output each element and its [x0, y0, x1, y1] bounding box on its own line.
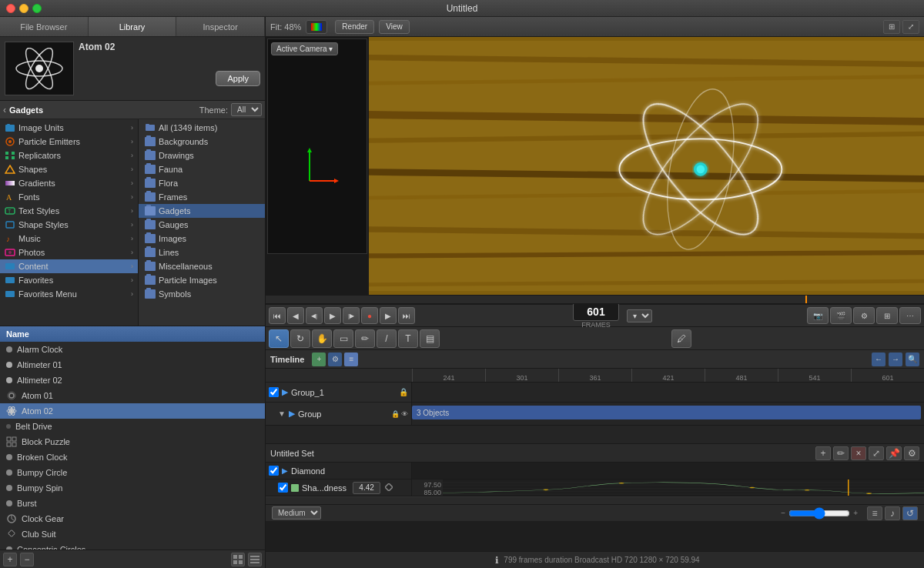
- track-group1-checkbox[interactable]: [269, 387, 279, 397]
- item-particle-images[interactable]: Particle Images: [139, 273, 265, 287]
- bezier-tool[interactable]: 🖊: [671, 329, 691, 348]
- loop-toggle[interactable]: ↺: [902, 506, 918, 520]
- text-tool[interactable]: T: [398, 329, 418, 348]
- timeline-zoom-btn[interactable]: 🔍: [906, 352, 919, 366]
- frame-rate-selector[interactable]: ▾: [627, 309, 652, 322]
- name-item[interactable]: Concentric Circles: [0, 542, 265, 550]
- cat-music[interactable]: ♪ Music ›: [0, 232, 138, 246]
- item-lines[interactable]: Lines: [139, 246, 265, 259]
- fullscreen-icon[interactable]: ⤢: [902, 20, 919, 34]
- audio-toggle[interactable]: ♪: [885, 506, 900, 520]
- name-item[interactable]: Burst: [0, 496, 265, 511]
- apply-button[interactable]: Apply: [216, 71, 260, 86]
- close-button[interactable]: [6, 4, 15, 13]
- step-forward-button[interactable]: |▶: [343, 307, 360, 324]
- name-item[interactable]: Bumpy Spin: [0, 480, 265, 496]
- item-drawings[interactable]: Drawings: [139, 149, 265, 162]
- kf-diamond-checkbox[interactable]: [269, 466, 279, 476]
- cat-fonts[interactable]: A Fonts ›: [0, 190, 138, 204]
- record-button[interactable]: ●: [361, 307, 378, 324]
- rotate-tool[interactable]: ↻: [290, 329, 310, 348]
- screenshot-button[interactable]: 📷: [807, 307, 829, 324]
- window-controls[interactable]: [6, 4, 42, 13]
- item-fauna[interactable]: Fauna: [139, 162, 265, 176]
- add-button[interactable]: +: [3, 553, 17, 566]
- kf-add-btn[interactable]: +: [815, 446, 831, 460]
- go-to-start-button[interactable]: ⏮: [269, 307, 286, 324]
- name-item[interactable]: Alarm Clock: [0, 342, 265, 357]
- item-misc[interactable]: Miscellaneous: [139, 259, 265, 273]
- quality-selector[interactable]: Medium: [272, 506, 321, 520]
- tab-library[interactable]: Library: [89, 17, 177, 36]
- play-button[interactable]: ▶: [324, 307, 341, 324]
- cat-image-units[interactable]: Image Units ›: [0, 121, 138, 135]
- item-flora[interactable]: Flora: [139, 176, 265, 190]
- kf-delete-btn[interactable]: ×: [851, 446, 866, 460]
- step-back2-button[interactable]: ◀|: [306, 307, 323, 324]
- name-item[interactable]: Block Puzzle: [0, 434, 265, 449]
- timeline-view-toggle[interactable]: ≡: [867, 506, 882, 520]
- cat-particle-emitters[interactable]: Particle Emitters ›: [0, 135, 138, 149]
- timeline-add-btn[interactable]: +: [312, 352, 326, 366]
- remove-button[interactable]: −: [20, 553, 34, 566]
- kf-settings-btn2[interactable]: ⚙: [904, 446, 919, 460]
- timeline-forward-btn[interactable]: →: [889, 352, 902, 366]
- name-item[interactable]: Club Suit: [0, 526, 265, 542]
- name-item[interactable]: Atom 01: [0, 388, 265, 403]
- timeline-view-btn[interactable]: ≡: [344, 352, 358, 366]
- item-gadgets[interactable]: Gadgets: [139, 204, 265, 218]
- scrubber[interactable]: [266, 295, 924, 304]
- tab-inspector[interactable]: Inspector: [176, 17, 265, 36]
- name-item[interactable]: Bumpy Circle: [0, 465, 265, 480]
- name-item-atom02[interactable]: Atom 02: [0, 403, 265, 419]
- pen-tool[interactable]: ✏: [355, 329, 375, 348]
- zoom-slider[interactable]: [788, 507, 850, 520]
- cat-photos[interactable]: Photos ›: [0, 246, 138, 259]
- camera2-button[interactable]: 🎬: [830, 307, 852, 324]
- kf-sharpness-checkbox[interactable]: [278, 483, 288, 493]
- cat-shapes[interactable]: Shapes ›: [0, 162, 138, 176]
- select-tool[interactable]: ↖: [269, 329, 289, 348]
- item-backgrounds[interactable]: Backgrounds: [139, 135, 265, 149]
- name-item[interactable]: Belt Drive: [0, 419, 265, 434]
- cat-content[interactable]: Content ›: [0, 259, 138, 273]
- name-item[interactable]: Broken Clock: [0, 449, 265, 465]
- transform-icon[interactable]: ⊞: [883, 20, 900, 34]
- maximize-button[interactable]: [32, 4, 42, 13]
- settings-button[interactable]: ⚙: [853, 307, 875, 324]
- step-fwd2-button[interactable]: ▶: [380, 307, 397, 324]
- name-item[interactable]: Clock Gear: [0, 511, 265, 526]
- grid2-button[interactable]: ⊞: [876, 307, 898, 324]
- kf-sharpness-value[interactable]: [353, 482, 380, 494]
- rect-tool[interactable]: ▭: [333, 329, 353, 348]
- step-back-button[interactable]: ◀: [287, 307, 304, 324]
- back-arrow[interactable]: ‹: [3, 105, 6, 115]
- cat-favorites-menu[interactable]: Favorites Menu ›: [0, 287, 138, 301]
- camera-dropdown[interactable]: Active Camera ▾: [271, 42, 338, 55]
- theme-dropdown[interactable]: All: [231, 103, 262, 116]
- kf-pin-btn[interactable]: 📌: [886, 446, 902, 460]
- cat-gradients[interactable]: Gradients ›: [0, 176, 138, 190]
- view-button[interactable]: View: [379, 20, 410, 34]
- cat-shape-styles[interactable]: Shape Styles ›: [0, 218, 138, 232]
- info-button[interactable]: ℹ: [490, 553, 504, 567]
- minimize-button[interactable]: [19, 4, 28, 13]
- item-images[interactable]: Images: [139, 232, 265, 246]
- grid-view-button[interactable]: [231, 553, 245, 566]
- color-picker-btn[interactable]: [306, 20, 327, 34]
- cat-replicators[interactable]: Replicators ›: [0, 149, 138, 162]
- item-all[interactable]: All (1349 items): [139, 121, 265, 135]
- item-frames[interactable]: Frames: [139, 190, 265, 204]
- timeline-back-btn[interactable]: ←: [872, 352, 886, 366]
- pan-tool[interactable]: ✋: [312, 329, 332, 348]
- tab-file-browser[interactable]: File Browser: [0, 17, 89, 36]
- frame-counter[interactable]: 601: [573, 302, 619, 321]
- item-gauges[interactable]: Gauges: [139, 218, 265, 232]
- kf-diamond-icon[interactable]: [385, 483, 393, 493]
- cat-text-styles[interactable]: T Text Styles ›: [0, 204, 138, 218]
- kf-expand-btn[interactable]: ⤢: [869, 446, 884, 460]
- render-button[interactable]: Render: [335, 20, 374, 34]
- kf-edit-btn[interactable]: ✏: [833, 446, 849, 460]
- graph-scrollbar[interactable]: [266, 496, 924, 504]
- timeline-settings-btn[interactable]: ⚙: [328, 352, 342, 366]
